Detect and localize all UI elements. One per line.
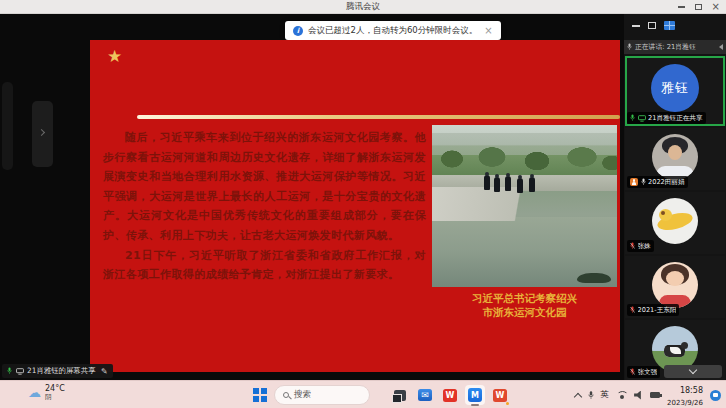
- wps-office-icon: W: [493, 389, 507, 402]
- participant-name: 2022田丽娟: [648, 178, 685, 187]
- avatar-photo: [652, 134, 698, 180]
- mail-button[interactable]: ✉: [415, 385, 435, 405]
- participant-name: 张文强: [638, 368, 658, 377]
- participant-name: 张姝: [638, 242, 651, 251]
- photo-figure: [505, 176, 511, 191]
- tray-time: 18:58: [680, 386, 703, 395]
- info-icon: i: [293, 26, 303, 36]
- restore-window-icon[interactable]: [648, 22, 656, 29]
- mic-on-icon: [630, 114, 635, 122]
- taskbar-search[interactable]: 搜索: [274, 385, 370, 405]
- hand-raised-icon: [630, 178, 638, 186]
- window-controls: ×: [678, 0, 720, 14]
- participant-name: 2021-王东阳: [638, 306, 677, 315]
- minimize-icon[interactable]: [678, 6, 685, 8]
- screen-share-icon: [16, 368, 24, 375]
- participant-name: 21肖雅钰正在共享: [648, 114, 703, 123]
- minimize-panel-icon[interactable]: [632, 25, 640, 27]
- close-icon[interactable]: ×: [712, 2, 720, 12]
- system-tray: 英 18:58 2023/9/26: [575, 382, 721, 408]
- participants-sidebar: 正在讲话: 21肖雅钰 雅钰 21肖雅钰正在共享 2022田丽娟: [624, 14, 726, 380]
- chevron-down-icon: [689, 366, 697, 374]
- wps-icon: W: [443, 389, 457, 402]
- participant-tile-zhangshu[interactable]: 张姝: [625, 192, 725, 254]
- battery-icon[interactable]: [650, 392, 660, 398]
- shared-slide: ★ 随后，习近平乘车来到位于绍兴的浙东运河文化园考察。他步行察看古运河河道和周边…: [90, 40, 620, 372]
- mic-on-icon: [641, 178, 646, 186]
- slide-paragraph-2: 21日下午，习近平听取了浙江省委和省政府工作汇报，对浙江各项工作取得的成绩给予肯…: [103, 246, 426, 285]
- photo-figure: [517, 178, 523, 193]
- wifi-icon[interactable]: [616, 391, 627, 400]
- search-label: 搜索: [294, 389, 311, 401]
- slide-photo-canal-inspection: [432, 125, 617, 287]
- participant-tile-tianlijuan[interactable]: 2022田丽娟: [625, 128, 725, 190]
- mic-muted-icon: [630, 242, 635, 250]
- speaking-label: 正在讲话: 21肖雅钰: [635, 42, 696, 52]
- photo-boat: [577, 273, 611, 283]
- photo-figure: [494, 177, 500, 192]
- tray-mic-icon[interactable]: [588, 391, 594, 400]
- window-titlebar: 腾讯会议 ×: [0, 0, 726, 14]
- avatar-initials: 雅钰: [651, 64, 699, 112]
- cloud-icon: ☁: [28, 386, 41, 399]
- avatar-photo: [652, 198, 698, 244]
- desktop-screen: 腾讯会议 × i 会议已超过2人，自动转为60分钟限时会议。 × ★ 随后，习近…: [0, 0, 726, 408]
- tray-overflow-chevron-icon[interactable]: [573, 392, 581, 400]
- start-button[interactable]: [253, 388, 267, 402]
- weather-desc: 阴: [45, 393, 65, 401]
- avatar-photo: [652, 262, 698, 308]
- sidebar-window-controls: [632, 21, 675, 30]
- search-icon: [283, 392, 289, 398]
- slide-body-text: 随后，习近平乘车来到位于绍兴的浙东运河文化园考察。他步行察看古运河河道和周边历史…: [103, 128, 426, 285]
- participant-label: 21肖雅钰正在共享: [627, 112, 706, 124]
- slide-paragraph-1: 随后，习近平乘车来到位于绍兴的浙东运河文化园考察。他步行察看古运河河道和周边历史…: [103, 128, 426, 246]
- tencent-meeting-icon: M: [468, 388, 482, 402]
- participant-label: 张文强: [627, 366, 660, 378]
- participant-label: 张姝: [627, 240, 654, 252]
- collapsed-left-panel: [2, 82, 13, 170]
- file-explorer-button[interactable]: [390, 385, 410, 405]
- file-explorer-icon: [394, 390, 406, 401]
- tray-clock[interactable]: 18:58 2023/9/26: [667, 383, 703, 408]
- collapse-video-strip-button[interactable]: [664, 365, 722, 378]
- window-title: 腾讯会议: [346, 1, 380, 13]
- volume-icon: [719, 44, 723, 50]
- photo-caption: 习近平总书记考察绍兴市浙东运河文化园: [432, 292, 617, 320]
- title-divider-line: [137, 115, 620, 119]
- input-method-indicator[interactable]: 英: [601, 389, 610, 401]
- pinned-apps: ✉ W M W: [390, 385, 510, 405]
- active-speaker-bar: 正在讲话: 21肖雅钰: [624, 40, 726, 54]
- speaker-icon[interactable]: [634, 391, 643, 400]
- wps-office-button[interactable]: W: [490, 385, 510, 405]
- mail-icon: ✉: [418, 389, 432, 401]
- photo-figure: [529, 177, 535, 192]
- mic-icon: [627, 43, 632, 51]
- participant-tile-wangdongyang[interactable]: 2021-王东阳: [625, 256, 725, 318]
- mic-on-icon[interactable]: [7, 367, 12, 375]
- participant-label: 2022田丽娟: [627, 176, 688, 188]
- participant-tile-yayu[interactable]: 雅钰 21肖雅钰正在共享: [625, 56, 725, 126]
- weather-widget[interactable]: ☁ 24°C 阴: [28, 384, 65, 401]
- gallery-view-icon[interactable]: [664, 21, 675, 30]
- notification-badge-icon[interactable]: [710, 390, 721, 401]
- screen-share-icon: [638, 115, 646, 122]
- wps-button[interactable]: W: [440, 385, 460, 405]
- windows-taskbar: ☁ 24°C 阴 搜索 ✉ W M W 英 18:58: [0, 380, 726, 408]
- tencent-meeting-button[interactable]: M: [465, 385, 485, 405]
- photo-figure: [484, 175, 490, 190]
- toast-text: 会议已超过2人，自动转为60分钟限时会议。: [308, 25, 477, 37]
- maximize-icon[interactable]: [695, 4, 702, 10]
- tray-date: 2023/9/26: [667, 399, 703, 407]
- mic-muted-icon: [630, 368, 635, 376]
- toast-close-icon[interactable]: ×: [484, 25, 492, 36]
- annotate-pen-icon[interactable]: ✎: [101, 367, 108, 376]
- mic-muted-icon: [630, 306, 635, 314]
- participant-label: 2021-王东阳: [627, 304, 679, 316]
- meeting-toast: i 会议已超过2人，自动转为60分钟限时会议。 ×: [285, 21, 501, 40]
- screen-share-status-pill: 21肖雅钰的屏幕共享 ✎: [2, 364, 113, 378]
- weather-temp: 24°C: [45, 384, 65, 393]
- share-status-text: 21肖雅钰的屏幕共享: [27, 366, 96, 376]
- star-icon: ★: [107, 46, 122, 66]
